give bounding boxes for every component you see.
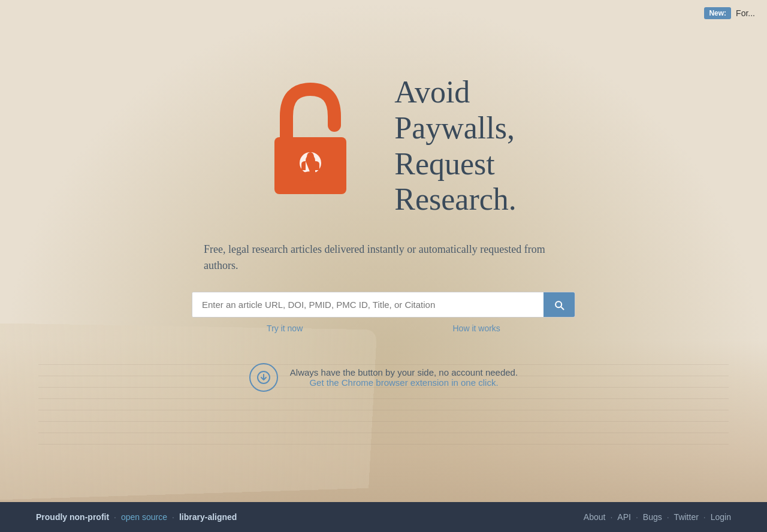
hero-section: Avoid Paywalls, Request Research. xyxy=(250,74,517,217)
search-button[interactable] xyxy=(543,292,575,317)
main-content: Avoid Paywalls, Request Research. Free, … xyxy=(0,0,767,502)
twitter-link[interactable]: Twitter xyxy=(674,512,699,522)
search-icon xyxy=(553,299,565,311)
try-it-now-link[interactable]: Try it now xyxy=(267,324,303,333)
logo xyxy=(250,80,370,212)
api-link[interactable]: API xyxy=(617,512,631,522)
search-links: Try it now How it works xyxy=(192,324,575,333)
about-link[interactable]: About xyxy=(584,512,606,522)
chrome-extension-link[interactable]: Get the Chrome browser extension in one … xyxy=(290,377,518,388)
new-badge: New: xyxy=(704,7,731,19)
svg-point-3 xyxy=(307,152,314,162)
footer: Proudly non-profit · open source · libra… xyxy=(0,502,767,532)
search-input[interactable] xyxy=(192,292,543,317)
library-aligned-text: library-aligned xyxy=(179,512,237,522)
footer-right: About · API · Bugs · Twitter · Login xyxy=(584,512,731,522)
top-bar-text: For... xyxy=(736,8,755,18)
login-link[interactable]: Login xyxy=(711,512,731,522)
open-source-link[interactable]: open source xyxy=(121,512,167,522)
bugs-link[interactable]: Bugs xyxy=(643,512,662,522)
top-notification-bar: New: For... xyxy=(692,0,767,26)
extension-promo: Always have the button by your side, no … xyxy=(249,363,518,392)
tagline: Avoid Paywalls, Request Research. xyxy=(394,74,517,217)
nonprofit-text: Proudly non-profit xyxy=(36,512,109,522)
search-box xyxy=(192,292,575,318)
extension-text: Always have the button by your side, no … xyxy=(290,367,518,388)
download-icon xyxy=(249,363,278,392)
svg-point-2 xyxy=(301,171,320,181)
description-text: Free, legal research articles delivered … xyxy=(204,241,563,274)
search-area: Try it now How it works xyxy=(192,292,575,333)
footer-left: Proudly non-profit · open source · libra… xyxy=(36,512,237,522)
how-it-works-link[interactable]: How it works xyxy=(453,324,500,333)
